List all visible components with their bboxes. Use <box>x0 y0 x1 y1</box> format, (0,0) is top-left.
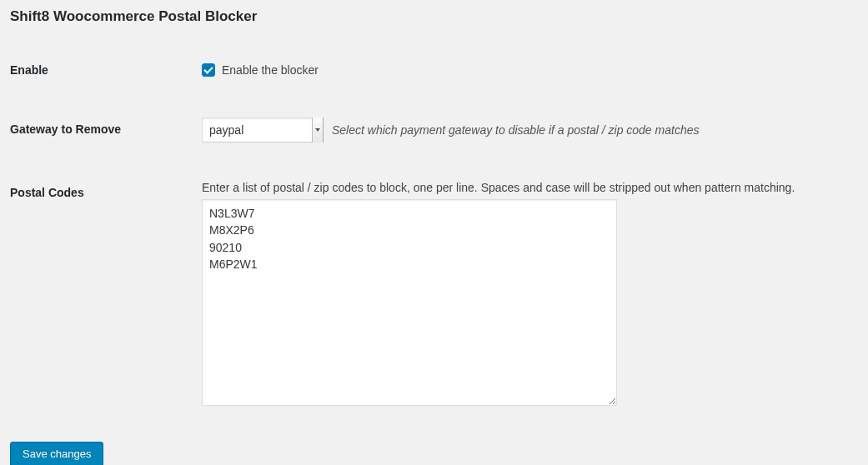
gateway-row: Gateway to Remove paypal Select which pa… <box>10 88 858 172</box>
gateway-select-wrap: paypal <box>202 118 324 142</box>
enable-checkbox[interactable] <box>202 63 215 77</box>
gateway-hint: Select which payment gateway to disable … <box>332 123 699 137</box>
enable-row: Enable Enable the blocker <box>10 55 858 88</box>
gateway-select[interactable]: paypal <box>202 118 324 142</box>
enable-checkbox-label: Enable the blocker <box>222 63 319 77</box>
gateway-label: Gateway to Remove <box>10 88 202 172</box>
postal-codes-label: Postal Codes <box>10 172 202 417</box>
save-button[interactable]: Save changes <box>10 442 103 465</box>
page-title: Shift8 Woocommerce Postal Blocker <box>10 8 858 25</box>
enable-checkbox-wrap[interactable]: Enable the blocker <box>202 63 319 77</box>
enable-label: Enable <box>10 55 202 88</box>
submit-area: Save changes <box>10 442 858 465</box>
postal-codes-row: Postal Codes Enter a list of postal / zi… <box>10 172 858 417</box>
postal-codes-description: Enter a list of postal / zip codes to bl… <box>202 181 858 194</box>
postal-codes-textarea[interactable]: N3L3W7 M8X2P6 90210 M6P2W1 <box>202 199 617 406</box>
